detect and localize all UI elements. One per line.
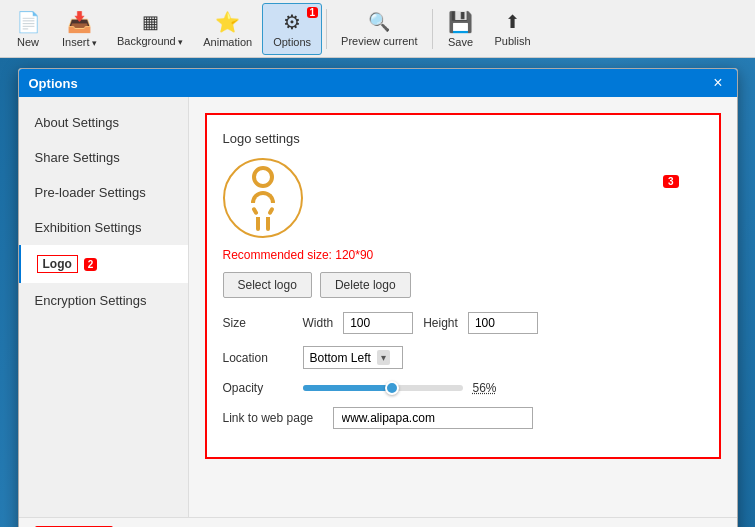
- logo-label: Logo: [43, 257, 72, 271]
- size-row: Size Width Height: [223, 312, 703, 334]
- toolbar-insert-label: Insert: [62, 36, 97, 48]
- delete-logo-button[interactable]: Delete logo: [320, 272, 411, 298]
- toolbar-new[interactable]: 📄 New: [4, 3, 52, 55]
- toolbar-preview-current[interactable]: 🔍 Preview current: [331, 3, 427, 55]
- dialog-titlebar: Options ×: [19, 69, 737, 97]
- toolbar: 📄 New 📥 Insert ▦ Background ⭐ Animation …: [0, 0, 755, 58]
- ok-legs: [256, 217, 270, 231]
- link-input[interactable]: [333, 407, 533, 429]
- logo-box: Logo: [37, 255, 78, 273]
- options-dialog: Options × About Settings Share Settings …: [18, 68, 738, 527]
- ok-torso: [251, 191, 275, 203]
- link-row: Link to web page: [223, 407, 703, 429]
- exhibition-settings-label: Exhibition Settings: [35, 220, 142, 235]
- toolbar-preview-current-label: Preview current: [341, 35, 417, 47]
- location-row: Location Bottom Left ▾: [223, 346, 703, 369]
- toolbar-insert[interactable]: 📥 Insert: [52, 3, 107, 55]
- toolbar-background[interactable]: ▦ Background: [107, 3, 193, 55]
- location-label: Location: [223, 351, 293, 365]
- badge-3: 3: [663, 175, 679, 188]
- ok-arm-left: [251, 206, 258, 215]
- opacity-slider-container: 56%: [303, 381, 497, 395]
- dialog-sidebar: About Settings Share Settings Pre-loader…: [19, 97, 189, 517]
- content-area: Logo settings: [189, 97, 737, 517]
- ok-leg-right: [266, 217, 270, 231]
- width-label: Width: [303, 316, 334, 330]
- select-logo-button[interactable]: Select logo: [223, 272, 312, 298]
- logo-action-buttons: Select logo Delete logo: [223, 272, 703, 298]
- dialog-footer: Preview 4: [19, 517, 737, 527]
- encryption-settings-label: Encryption Settings: [35, 293, 147, 308]
- height-label: Height: [423, 316, 458, 330]
- link-label: Link to web page: [223, 411, 323, 425]
- animation-icon: ⭐: [215, 10, 240, 34]
- toolbar-save[interactable]: 💾 Save: [437, 3, 485, 55]
- save-icon: 💾: [448, 10, 473, 34]
- content-panel: Logo settings: [205, 113, 721, 459]
- ok-head: [252, 166, 274, 188]
- toolbar-animation-label: Animation: [203, 36, 252, 48]
- toolbar-options[interactable]: ⚙ Options 1: [262, 3, 322, 55]
- about-settings-label: About Settings: [35, 115, 120, 130]
- width-input[interactable]: [343, 312, 413, 334]
- size-label: Size: [223, 316, 293, 330]
- toolbar-publish-label: Publish: [495, 35, 531, 47]
- options-badge: 1: [307, 7, 319, 18]
- background-icon: ▦: [142, 11, 159, 33]
- opacity-slider-fill: [303, 385, 393, 391]
- dialog-close-button[interactable]: ×: [709, 75, 726, 91]
- toolbar-save-label: Save: [448, 36, 473, 48]
- opacity-label: Opacity: [223, 381, 293, 395]
- modal-overlay: Options × About Settings Share Settings …: [0, 58, 755, 527]
- ok-logo-icon: [251, 166, 275, 231]
- sidebar-item-encryption-settings[interactable]: Encryption Settings: [19, 283, 188, 318]
- opacity-value: 56%: [473, 381, 497, 395]
- location-value: Bottom Left: [310, 351, 371, 365]
- toolbar-separator2: [432, 9, 433, 49]
- toolbar-separator: [326, 9, 327, 49]
- options-icon: ⚙: [283, 10, 301, 34]
- logo-badge: 2: [84, 258, 98, 271]
- location-dropdown[interactable]: Bottom Left ▾: [303, 346, 403, 369]
- opacity-slider-track[interactable]: [303, 385, 463, 391]
- pre-loader-settings-label: Pre-loader Settings: [35, 185, 146, 200]
- sidebar-item-logo[interactable]: Logo 2: [19, 245, 188, 283]
- new-icon: 📄: [16, 10, 41, 34]
- toolbar-background-label: Background: [117, 35, 183, 47]
- preview-current-icon: 🔍: [368, 11, 390, 33]
- ok-leg-left: [256, 217, 260, 231]
- opacity-row: Opacity 56%: [223, 381, 703, 395]
- opacity-slider-thumb[interactable]: [385, 381, 399, 395]
- ok-arm-right: [267, 206, 274, 215]
- dropdown-arrow-icon: ▾: [377, 350, 390, 365]
- ok-body: [251, 191, 275, 231]
- sidebar-item-about-settings[interactable]: About Settings: [19, 105, 188, 140]
- dialog-title: Options: [29, 76, 78, 91]
- sidebar-item-share-settings[interactable]: Share Settings: [19, 140, 188, 175]
- toolbar-options-label: Options: [273, 36, 311, 48]
- recommended-size: Recommended size: 120*90: [223, 248, 703, 262]
- share-settings-label: Share Settings: [35, 150, 120, 165]
- dialog-body: About Settings Share Settings Pre-loader…: [19, 97, 737, 517]
- sidebar-item-exhibition-settings[interactable]: Exhibition Settings: [19, 210, 188, 245]
- section-title: Logo settings: [223, 131, 703, 146]
- toolbar-publish[interactable]: ⬆ Publish: [485, 3, 541, 55]
- toolbar-new-label: New: [17, 36, 39, 48]
- height-input[interactable]: [468, 312, 538, 334]
- logo-preview: [223, 158, 303, 238]
- sidebar-item-pre-loader-settings[interactable]: Pre-loader Settings: [19, 175, 188, 210]
- insert-icon: 📥: [67, 10, 92, 34]
- toolbar-animation[interactable]: ⭐ Animation: [193, 3, 262, 55]
- publish-icon: ⬆: [505, 11, 520, 33]
